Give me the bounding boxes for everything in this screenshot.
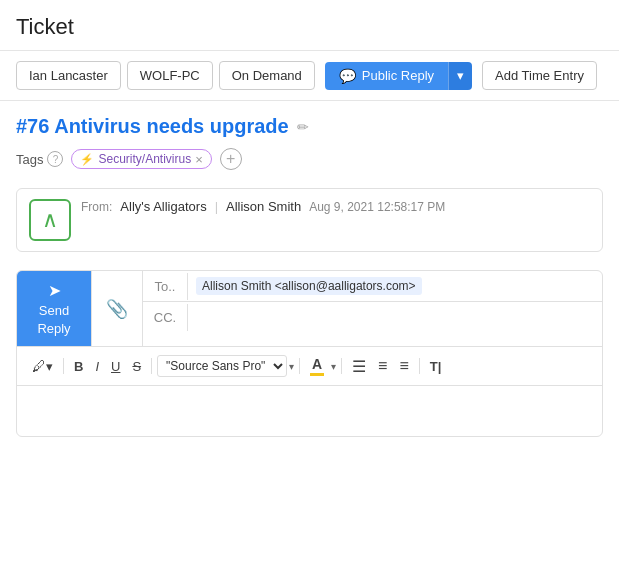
address-fields: To.. Allison Smith <allison@aalligators.…: [143, 271, 602, 346]
format-dropdown-arrow: ▾: [46, 359, 53, 374]
add-time-entry-button[interactable]: Add Time Entry: [482, 61, 597, 90]
reply-body[interactable]: [17, 386, 602, 436]
text-color-icon: A: [312, 356, 322, 372]
reply-header: ➤ Send Reply 📎 To.. Allison Smith <allis…: [17, 271, 602, 347]
tag-remove-button[interactable]: ×: [195, 153, 203, 166]
formatting-toolbar: 🖊 ▾ B I U S "Source Sans Pro" ▾ A ▾ ☰ ≡ …: [17, 347, 602, 386]
to-label[interactable]: To..: [143, 273, 188, 300]
from-label: From:: [81, 200, 112, 214]
bold-button[interactable]: B: [69, 356, 88, 377]
fmt-sep-3: [299, 358, 300, 374]
message-meta: From: Ally's Alligators | Allison Smith …: [81, 199, 445, 214]
to-row: To.. Allison Smith <allison@aalligators.…: [143, 271, 602, 302]
text-color-button[interactable]: A: [305, 353, 329, 379]
chevron-down-icon: ▾: [457, 68, 464, 83]
meta-separator: |: [215, 199, 218, 214]
tag-lightning-icon: ⚡: [80, 153, 94, 166]
fmt-sep-2: [151, 358, 152, 374]
tags-row: Tags ? ⚡ Security/Antivirus × +: [16, 148, 603, 170]
send-reply-icon: ➤: [48, 281, 61, 300]
fmt-sep-1: [63, 358, 64, 374]
public-reply-dropdown-button[interactable]: ▾: [448, 62, 472, 90]
fmt-sep-4: [341, 358, 342, 374]
message-company: Ally's Alligators: [120, 199, 206, 214]
color-indicator: [310, 373, 324, 376]
strikethrough-button[interactable]: S: [127, 356, 146, 377]
format-dropdown-button[interactable]: 🖊 ▾: [27, 355, 58, 377]
ticket-info: #76 Antivirus needs upgrade ✏ Tags ? ⚡ S…: [0, 101, 619, 178]
avatar: ∧: [29, 199, 71, 241]
send-label: Send: [39, 303, 69, 318]
tag-label: Security/Antivirus: [98, 152, 191, 166]
cc-content[interactable]: [188, 302, 602, 332]
bullet-list-button[interactable]: ☰: [347, 354, 371, 379]
cc-row: CC.: [143, 302, 602, 332]
public-reply-button[interactable]: 💬 Public Reply: [325, 62, 448, 90]
font-size-button[interactable]: T|: [425, 356, 447, 377]
color-dropdown-arrow: ▾: [331, 361, 336, 372]
tags-help-icon[interactable]: ?: [47, 151, 63, 167]
breadcrumb-on-demand[interactable]: On Demand: [219, 61, 315, 90]
attachment-button[interactable]: 📎: [92, 271, 143, 346]
breadcrumb-wolf-pc[interactable]: WOLF-PC: [127, 61, 213, 90]
ticket-title: #76 Antivirus needs upgrade: [16, 115, 289, 138]
align-button[interactable]: ≡: [394, 354, 413, 378]
message-sender: Allison Smith: [226, 199, 301, 214]
page-title: Ticket: [0, 0, 619, 51]
message-card: ∧ From: Ally's Alligators | Allison Smit…: [16, 188, 603, 252]
attachment-icon: 📎: [106, 298, 128, 320]
reply-section: ➤ Send Reply 📎 To.. Allison Smith <allis…: [16, 270, 603, 437]
bubble-icon: 💬: [339, 68, 356, 84]
cc-label[interactable]: CC.: [143, 304, 188, 331]
send-reply-button[interactable]: ➤ Send Reply: [17, 271, 92, 346]
edit-icon[interactable]: ✏: [297, 119, 309, 135]
font-family-select[interactable]: "Source Sans Pro": [157, 355, 287, 377]
message-timestamp: Aug 9, 2021 12:58:17 PM: [309, 200, 445, 214]
toolbar: Ian Lancaster WOLF-PC On Demand 💬 Public…: [0, 51, 619, 101]
add-tag-button[interactable]: +: [220, 148, 242, 170]
numbered-list-button[interactable]: ≡: [373, 354, 392, 378]
format-icon: 🖊: [32, 358, 46, 374]
message-section: ∧ From: Ally's Alligators | Allison Smit…: [0, 178, 619, 262]
underline-button[interactable]: U: [106, 356, 125, 377]
tags-label: Tags ?: [16, 151, 63, 167]
to-content[interactable]: Allison Smith <allison@aalligators.com>: [188, 271, 602, 301]
italic-button[interactable]: I: [90, 356, 104, 377]
breadcrumb-ian-lancaster[interactable]: Ian Lancaster: [16, 61, 121, 90]
font-dropdown-arrow: ▾: [289, 361, 294, 372]
tag-chip-security: ⚡ Security/Antivirus ×: [71, 149, 211, 169]
reply-label: Reply: [37, 321, 70, 336]
recipient-chip[interactable]: Allison Smith <allison@aalligators.com>: [196, 277, 422, 295]
fmt-sep-5: [419, 358, 420, 374]
